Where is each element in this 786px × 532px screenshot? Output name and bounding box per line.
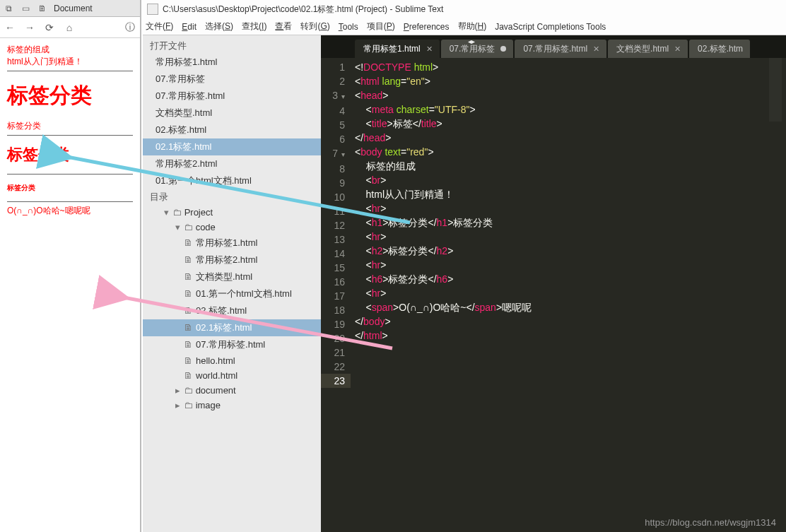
open-file-item[interactable]: 常用标签1.html — [143, 54, 321, 71]
hr — [7, 135, 133, 136]
menu-bar[interactable]: 文件(F)Edit选择(S)查找(I)查看转到(G)Tools项目(P)Pref… — [143, 18, 786, 35]
close-icon[interactable]: ✕ — [674, 45, 681, 54]
hr — [7, 71, 133, 71]
file-item[interactable]: 🗎文档类型.html — [143, 268, 321, 285]
open-file-item[interactable]: 07.常用标签 — [143, 71, 321, 88]
folder-item[interactable]: ▾ 🗀Project — [143, 205, 321, 220]
file-item[interactable]: 🗎常用标签2.html — [143, 252, 321, 268]
file-item[interactable]: 🗎常用标签1.html — [143, 235, 321, 252]
hr — [7, 201, 133, 202]
menu-item[interactable]: 文件(F) — [146, 20, 173, 32]
browser-window: ⧉ ▭ 🗎 Document ← → ⟳ ⌂ ⓘ 标签的组成 html从入门到精… — [0, 0, 141, 532]
doc-icon: 🗎 — [34, 4, 51, 13]
menu-item[interactable]: Edit — [182, 22, 196, 32]
span-text: O(∩_∩)O哈哈~嗯呢呢 — [7, 205, 133, 217]
layout-icon[interactable]: ▭ — [17, 4, 34, 13]
rendered-page: 标签的组成 html从入门到精通！ 标签分类 标签分类 标签分类 标签分类 O(… — [0, 38, 140, 223]
menu-item[interactable]: 项目(P) — [367, 20, 395, 32]
browser-nav: ← → ⟳ ⌂ ⓘ — [0, 17, 140, 38]
minimap[interactable] — [769, 58, 782, 122]
file-item[interactable]: 🗎01.第一个html文档.html — [143, 285, 321, 302]
browser-tab-title: Document — [54, 4, 93, 13]
open-file-item[interactable]: 07.常用标签.html — [143, 88, 321, 105]
file-item[interactable]: 🗎hello.html — [143, 353, 321, 368]
refresh-button[interactable]: ⟳ — [40, 22, 59, 33]
menu-item[interactable]: 帮助(H) — [458, 20, 487, 32]
folder-item[interactable]: ▾ 🗀code — [143, 220, 321, 235]
editor-tab[interactable]: 常用标签1.html✕ — [355, 40, 440, 58]
close-icon[interactable]: ✕ — [426, 45, 433, 54]
sublime-window: C:\Users\asus\Desktop\Project\code\02.1标… — [143, 0, 786, 532]
hr — [7, 174, 133, 175]
folder-item[interactable]: ▸ 🗀document — [143, 383, 321, 398]
editor-titlebar: C:\Users\asus\Desktop\Project\code\02.1标… — [143, 0, 786, 18]
open-file-item[interactable]: 02.1标签.html — [143, 138, 321, 155]
editor-tab[interactable]: 02.标签.htm — [689, 40, 750, 58]
code-area: ◂▸ 常用标签1.html✕07.常用标签07.常用标签.html✕文档类型.h… — [321, 35, 786, 532]
source-text[interactable]: <!DOCTYPE html><html lang="en"><head> <m… — [351, 58, 786, 532]
h2: 标签分类 — [7, 144, 133, 165]
tab-bar[interactable]: ◂▸ 常用标签1.html✕07.常用标签07.常用标签.html✕文档类型.h… — [321, 35, 786, 58]
menu-item[interactable]: JavaScript Completions Tools — [495, 22, 606, 32]
back-button[interactable]: ← — [0, 22, 20, 33]
watermark: https://blog.csdn.net/wsgjm1314 — [645, 517, 776, 528]
menu-item[interactable]: 查看 — [275, 20, 292, 32]
info-icon[interactable]: ⓘ — [120, 21, 140, 34]
open-file-item[interactable]: 文档类型.html — [143, 105, 321, 122]
file-item[interactable]: 🗎07.常用标签.html — [143, 336, 321, 353]
menu-item[interactable]: Tools — [339, 22, 358, 32]
code-editor[interactable]: 123▾4567▾891011121314151617181920212223 … — [321, 58, 786, 532]
folders-header: 目录 — [143, 189, 321, 205]
text-line: html从入门到精通！ — [7, 56, 133, 68]
open-file-item[interactable]: 01.第一个html文档.html — [143, 172, 321, 189]
file-item[interactable]: 🗎02.1标签.html — [143, 319, 321, 336]
open-file-item[interactable]: 02.标签.html — [143, 122, 321, 138]
app-icon — [147, 4, 158, 15]
folder-item[interactable]: ▸ 🗀image — [143, 398, 321, 413]
h6: 标签分类 — [7, 183, 133, 193]
text-line: 标签的组成 — [7, 44, 133, 56]
file-item[interactable]: 🗎world.html — [143, 368, 321, 383]
menu-item[interactable]: Preferences — [404, 22, 450, 32]
text-after-h1: 标签分类 — [7, 120, 133, 132]
editor-tab[interactable]: 文档类型.html✕ — [608, 40, 688, 58]
menu-item[interactable]: 查找(I) — [242, 20, 266, 32]
sidebar[interactable]: 打开文件 常用标签1.html07.常用标签07.常用标签.html文档类型.h… — [143, 35, 321, 532]
line-gutter: 123▾4567▾891011121314151617181920212223 — [321, 58, 351, 532]
open-file-item[interactable]: 常用标签2.html — [143, 155, 321, 172]
h1: 标签分类 — [7, 81, 133, 110]
window-title: C:\Users\asus\Desktop\Project\code\02.1标… — [163, 4, 443, 16]
forward-button[interactable]: → — [20, 22, 40, 33]
close-icon[interactable]: ✕ — [593, 45, 599, 54]
home-button[interactable]: ⌂ — [59, 22, 79, 33]
menu-item[interactable]: 选择(S) — [205, 20, 233, 32]
editor-tab[interactable]: 07.常用标签.html✕ — [515, 40, 606, 58]
file-item[interactable]: 🗎02.标签.html — [143, 302, 321, 319]
dirty-dot-icon — [500, 46, 506, 52]
tabs-icon[interactable]: ⧉ — [0, 4, 17, 13]
menu-item[interactable]: 转到(G) — [300, 20, 329, 32]
open-files-header: 打开文件 — [143, 38, 321, 54]
browser-titlebar: ⧉ ▭ 🗎 Document — [0, 0, 140, 17]
fold-arrows-icon[interactable]: ◂▸ — [468, 37, 475, 45]
editor-tab[interactable]: 07.常用标签 — [441, 40, 514, 58]
